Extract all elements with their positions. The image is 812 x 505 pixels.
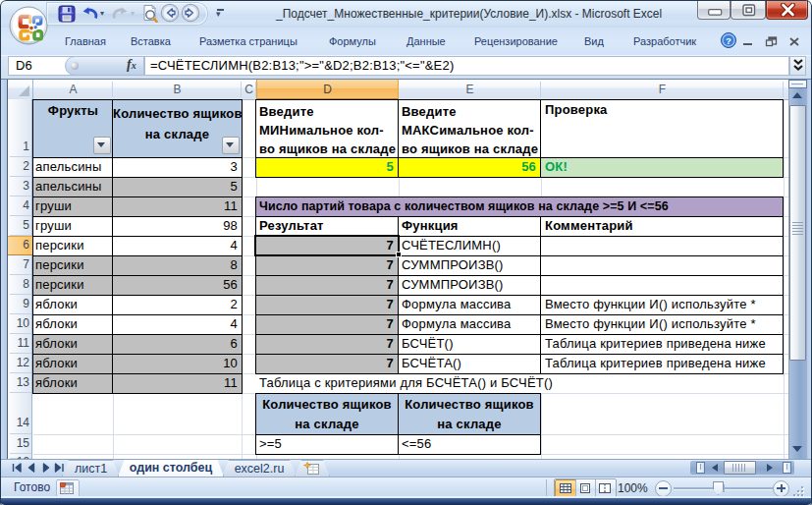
svg-text:?: ? (726, 35, 731, 46)
